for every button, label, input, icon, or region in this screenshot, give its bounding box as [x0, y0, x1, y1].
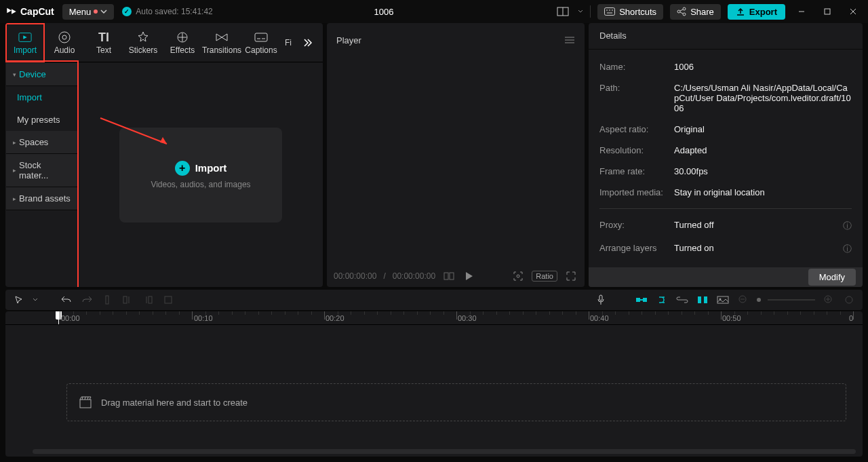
zoom-fit-button[interactable] — [842, 293, 856, 307]
zoom-slider[interactable] — [768, 299, 815, 301]
minimize-button[interactable] — [792, 2, 811, 21]
tab-filters[interactable]: Fi — [281, 23, 296, 62]
hamburger-icon[interactable] — [564, 36, 575, 44]
timeline-drop-zone[interactable]: Drag material here and start to create — [66, 383, 846, 421]
media-panel: Import Audio TI Text Stickers Effects Tr… — [5, 23, 323, 287]
link-icon — [676, 296, 688, 303]
svg-rect-28 — [106, 296, 108, 304]
modify-button[interactable]: Modify — [808, 269, 856, 286]
autosave-status: ✓ Auto saved: 15:41:42 — [122, 7, 212, 16]
divider — [590, 5, 591, 18]
export-button[interactable]: Export — [728, 4, 785, 20]
detail-aspect-ratio: Original — [674, 124, 852, 134]
zoom-slider-handle[interactable] — [757, 298, 761, 302]
ruler-tick-label: 00:10 — [194, 314, 213, 322]
sidebar-item-import[interactable]: Import — [6, 86, 78, 109]
zoom-out-icon — [738, 295, 748, 305]
maximize-icon — [823, 7, 831, 16]
tab-captions[interactable]: Captions — [241, 23, 281, 62]
layout-button[interactable] — [555, 3, 571, 20]
preview-axis-button[interactable] — [696, 293, 709, 307]
zoom-out-button[interactable] — [736, 293, 750, 307]
select-tool[interactable] — [12, 293, 26, 307]
sidebar-item-brand-assets[interactable]: ▸Brand assets — [6, 187, 78, 210]
chevron-down-icon[interactable] — [33, 297, 38, 303]
svg-rect-37 — [640, 299, 643, 301]
tab-import[interactable]: Import — [5, 23, 45, 62]
shortcuts-button[interactable]: Shortcuts — [597, 4, 663, 20]
ruler-tick-label: 00:30 — [458, 314, 477, 322]
menu-button[interactable]: Menu — [62, 4, 115, 20]
tab-audio[interactable]: Audio — [45, 23, 84, 62]
details-header: Details — [589, 23, 863, 50]
playhead[interactable] — [58, 311, 59, 324]
sidebar-item-stock-materials[interactable]: ▸Stock mater... — [6, 154, 78, 187]
zoom-in-button[interactable] — [822, 293, 835, 307]
zoom-in-icon — [824, 295, 833, 305]
svg-point-15 — [59, 32, 70, 43]
sidebar-item-spaces[interactable]: ▸Spaces — [6, 131, 78, 154]
redo-button[interactable] — [80, 293, 94, 307]
tabs-more-button[interactable] — [296, 23, 320, 62]
timeline[interactable]: 00:00 00:10 00:20 00:30 00:40 00:50 0 Dr… — [5, 311, 863, 457]
timeline-ruler[interactable]: 00:00 00:10 00:20 00:30 00:40 00:50 0 — [5, 311, 863, 325]
text-icon: TI — [97, 31, 111, 44]
ratio-button[interactable]: Ratio — [532, 271, 557, 282]
voiceover-button[interactable] — [594, 293, 608, 307]
svg-rect-29 — [123, 296, 127, 303]
share-button[interactable]: Share — [670, 4, 721, 20]
undo-button[interactable] — [60, 293, 73, 307]
undo-icon — [61, 295, 72, 305]
chevron-right-icon: ▸ — [13, 167, 16, 174]
split-left-button[interactable] — [121, 293, 134, 307]
play-button[interactable] — [462, 269, 476, 283]
focus-icon — [513, 271, 524, 282]
tab-text[interactable]: TI Text — [84, 23, 123, 62]
crop-button[interactable] — [161, 293, 175, 307]
detail-proxy: Turned off — [674, 220, 836, 232]
sidebar-item-device[interactable]: ▾Device — [6, 63, 78, 86]
import-icon — [18, 32, 32, 43]
chevron-down-icon: ▾ — [13, 71, 16, 78]
share-icon — [677, 7, 686, 16]
svg-point-7 — [677, 10, 680, 13]
detail-arrange-layers: Turned on — [674, 243, 836, 255]
svg-rect-33 — [165, 296, 172, 303]
svg-point-47 — [846, 296, 852, 303]
time-total: 00:00:00:00 — [393, 271, 435, 281]
split-right-icon — [143, 295, 153, 305]
sidebar-item-my-presets[interactable]: My presets — [6, 109, 78, 131]
chevron-down-icon[interactable] — [578, 9, 583, 14]
tab-effects[interactable]: Effects — [163, 23, 202, 62]
clapperboard-icon — [79, 396, 92, 408]
info-icon[interactable]: ⓘ — [843, 220, 852, 232]
app-logo: CapCut — [5, 5, 54, 18]
minimize-icon — [797, 7, 806, 16]
menu-dot-icon — [94, 9, 98, 14]
preview-axis-icon — [697, 295, 708, 305]
cover-button[interactable] — [716, 293, 730, 307]
maximize-button[interactable] — [818, 2, 837, 21]
split-right-button[interactable] — [141, 293, 155, 307]
link-button[interactable] — [675, 293, 689, 307]
compare-button[interactable] — [442, 269, 456, 283]
magnet-icon — [635, 296, 648, 304]
player-panel: Player 00:00:00:00 / 00:00:00:00 Ratio — [327, 23, 585, 287]
timeline-scrollbar[interactable] — [33, 449, 856, 454]
link-active-icon — [656, 295, 668, 305]
check-icon: ✓ — [122, 7, 132, 16]
effects-icon — [176, 31, 189, 43]
tab-stickers[interactable]: Stickers — [123, 23, 163, 62]
info-icon[interactable]: ⓘ — [843, 243, 852, 255]
close-button[interactable] — [844, 2, 863, 21]
link-tracks-button[interactable] — [655, 293, 669, 307]
tab-transitions[interactable]: Transitions — [202, 23, 241, 62]
upload-icon — [736, 7, 745, 16]
time-current: 00:00:00:00 — [334, 271, 376, 281]
zoom-fit-button[interactable] — [511, 269, 525, 283]
magnet-button[interactable] — [635, 293, 648, 307]
audio-icon — [58, 31, 71, 43]
fullscreen-button[interactable] — [564, 269, 578, 283]
split-button[interactable] — [100, 293, 114, 307]
crop-icon — [163, 295, 173, 305]
